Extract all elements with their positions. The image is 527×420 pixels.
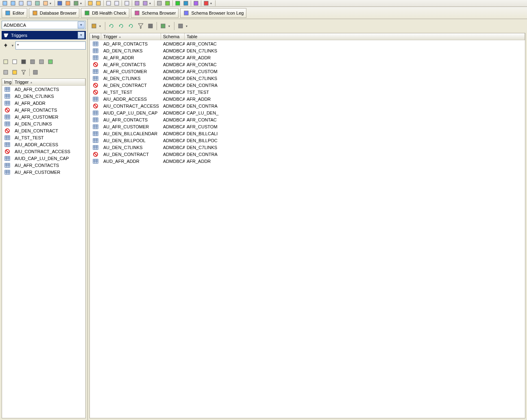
- grid-header-img[interactable]: Img: [90, 33, 101, 40]
- toolbar-button[interactable]: [156, 0, 163, 6]
- pushpin-drop[interactable]: ▼: [11, 41, 15, 50]
- schema-combo-button[interactable]: ▼: [78, 22, 85, 28]
- toolbar-button[interactable]: [9, 0, 17, 6]
- toolbar-button[interactable]: [56, 0, 63, 6]
- new-doc-icon[interactable]: [11, 58, 19, 66]
- copy-icon[interactable]: [37, 58, 46, 66]
- table-row[interactable]: AIU_ADDR_ACCESSADMDBCAAFR_ADDR: [90, 95, 525, 102]
- toolbar-drop[interactable]: ▾: [210, 2, 214, 5]
- funnel-icon[interactable]: [20, 68, 28, 76]
- table-row[interactable]: AU_DEN_BILLCALENDARADMDBCADEN_BILLCALI: [90, 130, 525, 137]
- table-row[interactable]: AD_AFR_CONTACTSADMDBCAAFR_CONTAC: [90, 40, 525, 47]
- table-row[interactable]: AI_AFR_CUSTOMERADMDBCAAFR_CUSTOM: [90, 68, 525, 75]
- schema-combo[interactable]: ADMDBCA ▼: [2, 21, 86, 29]
- table-row[interactable]: AU_DEN_BILLPOOLADMDBCADEN_BILLPOC: [90, 137, 525, 144]
- hand-icon[interactable]: [2, 68, 10, 76]
- refresh2-icon[interactable]: [117, 22, 126, 30]
- tab-schema[interactable]: Schema Browser: [131, 8, 179, 18]
- table-row[interactable]: AU_AFR_CONTACTSADMDBCAAFR_CONTAC: [90, 116, 525, 123]
- toolbar-drop[interactable]: ▾: [80, 2, 84, 5]
- run-icon[interactable]: [46, 58, 54, 66]
- filter-input[interactable]: [15, 41, 86, 50]
- list-item[interactable]: AI_AFR_CUSTOMER: [2, 113, 85, 120]
- toolbar-button[interactable]: [105, 0, 112, 6]
- toolbar-drop[interactable]: ▾: [186, 24, 190, 28]
- table-row[interactable]: AU_AFR_CUSTOMERADMDBCAAFR_CUSTOM: [90, 123, 525, 130]
- tab-schema-icon[interactable]: Schema Browser Icon Leg: [180, 8, 246, 18]
- tree-icon[interactable]: [159, 22, 168, 30]
- list-item[interactable]: AIU_CONTRACT_ACCESS: [2, 148, 85, 155]
- trigger-list[interactable]: Img Trigger▲ AD_AFR_CONTACTSAD_DEN_C7LIN…: [2, 78, 86, 418]
- trigger-grid[interactable]: Img Trigger▲ Schema Table AD_AFR_CONTACT…: [89, 33, 525, 418]
- table-row[interactable]: AU_DEN_C7LINKSADMDBCADEN_C7LINKS: [90, 144, 525, 151]
- list-item[interactable]: AI_AFR_CONTACTS: [2, 106, 85, 113]
- split-icon[interactable]: [31, 68, 39, 76]
- toolbar-button[interactable]: [95, 0, 102, 6]
- toolbar-drop[interactable]: ▾: [99, 24, 103, 28]
- grid-header-table[interactable]: Table: [185, 33, 525, 40]
- toolbar-button[interactable]: [174, 0, 181, 6]
- list-item[interactable]: AI_TST_TEST: [2, 134, 85, 141]
- table-row[interactable]: AUD_AFR_ADDRADMDBCAAFR_ADDR: [90, 158, 525, 165]
- stop-icon[interactable]: [20, 58, 28, 66]
- table-row[interactable]: AI_AFR_ADDRADMDBCAAFR_ADDR: [90, 54, 525, 61]
- toolbar-drop[interactable]: ▾: [168, 24, 172, 28]
- toolbar-button[interactable]: [164, 0, 171, 6]
- object-type-button[interactable]: ▼: [78, 32, 85, 39]
- tab-db-health[interactable]: DB Health Check: [81, 8, 129, 18]
- toolbar-button[interactable]: [142, 0, 149, 6]
- list-item[interactable]: AU_AFR_CUSTOMER: [2, 169, 85, 175]
- tab-db-browser[interactable]: Database Browser: [29, 8, 80, 18]
- funnel-icon[interactable]: [136, 22, 145, 30]
- print-icon[interactable]: [28, 58, 37, 66]
- list-item[interactable]: AD_AFR_CONTACTS: [2, 86, 85, 93]
- list-item[interactable]: AI_DEN_C7LINKS: [2, 120, 85, 127]
- toolbar-button[interactable]: [182, 0, 189, 6]
- list-item[interactable]: AD_DEN_C7LINKS: [2, 93, 85, 100]
- toolbar-button[interactable]: [203, 0, 210, 6]
- toolbar-button[interactable]: [192, 0, 200, 6]
- toolbar-button[interactable]: [113, 0, 120, 6]
- graph-icon[interactable]: [176, 22, 185, 30]
- toolbar-button[interactable]: [42, 0, 49, 6]
- list-header-img[interactable]: Img: [2, 79, 13, 85]
- list-header-trigger[interactable]: Trigger▲: [13, 79, 85, 85]
- toolbar-button[interactable]: [1, 0, 9, 6]
- toolbar-button[interactable]: [64, 0, 72, 6]
- form-icon[interactable]: [146, 22, 155, 30]
- toolbar-drop[interactable]: ▾: [149, 2, 153, 5]
- table-row[interactable]: AI_DEN_CONTRACTADMDBCADEN_CONTRA: [90, 82, 525, 89]
- table-row[interactable]: AIU_CONTRACT_ACCESSADMDBCADEN_CONTRA: [90, 102, 525, 109]
- toolbar-button[interactable]: [87, 0, 94, 6]
- toolbar-separator: [201, 0, 201, 6]
- toolbar-button[interactable]: [34, 0, 41, 6]
- list-item[interactable]: AU_AFR_CONTACTS: [2, 162, 85, 169]
- table-row[interactable]: AI_AFR_CONTACTSADMDBCAAFR_CONTAC: [90, 61, 525, 68]
- object-type-combo[interactable]: Triggers ▼: [2, 31, 86, 39]
- table-row[interactable]: AIUD_CAP_LU_DEN_CAPADMDBCACAP_LU_DEN_: [90, 109, 525, 116]
- toolbar-button[interactable]: [17, 0, 25, 6]
- table-row[interactable]: AI_DEN_C7LINKSADMDBCADEN_C7LINKS: [90, 75, 525, 82]
- table-row[interactable]: AU_DEN_CONTRACTADMDBCADEN_CONTRA: [90, 151, 525, 158]
- refresh3-icon[interactable]: [126, 22, 135, 30]
- toolbar-button[interactable]: [72, 0, 80, 6]
- list-item[interactable]: AIUD_CAP_LU_DEN_CAP: [2, 155, 85, 162]
- refresh1-icon[interactable]: [107, 22, 116, 30]
- lightbulb-icon[interactable]: [11, 68, 19, 76]
- new-window-icon[interactable]: [2, 58, 10, 66]
- grid-header-schema[interactable]: Schema: [161, 33, 185, 40]
- toolbar-button[interactable]: [133, 0, 141, 6]
- table-row[interactable]: AI_TST_TESTADMDBCATST_TEST: [90, 89, 525, 95]
- list-item[interactable]: AI_DEN_CONTRACT: [2, 127, 85, 134]
- disabled-icon: [90, 103, 101, 109]
- globe-icon[interactable]: [89, 22, 98, 30]
- toolbar-drop[interactable]: ▾: [50, 2, 54, 5]
- list-item[interactable]: AI_AFR_ADDR: [2, 100, 85, 106]
- toolbar-button[interactable]: [123, 0, 131, 6]
- tab-editor[interactable]: Editor: [2, 8, 27, 18]
- pushpin-icon[interactable]: [2, 41, 10, 50]
- grid-header-trigger[interactable]: Trigger▲: [101, 33, 161, 40]
- list-item[interactable]: AIU_ADDR_ACCESS: [2, 141, 85, 148]
- table-row[interactable]: AD_DEN_C7LINKSADMDBCADEN_C7LINKS: [90, 47, 525, 54]
- toolbar-button[interactable]: [26, 0, 33, 6]
